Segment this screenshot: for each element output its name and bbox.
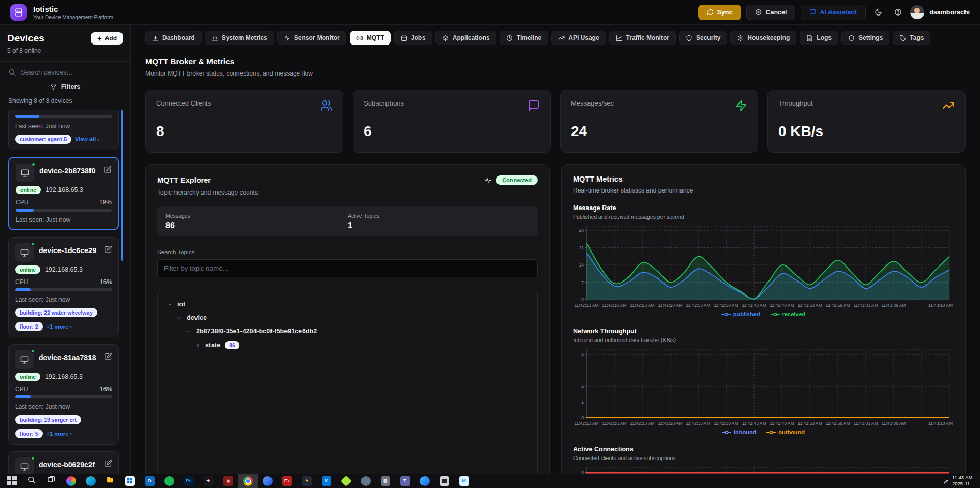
topic-tree-node[interactable]: device [163, 311, 532, 324]
taskbar-postgres-icon[interactable] [356, 474, 375, 488]
view-all-link[interactable]: View all › [75, 136, 99, 142]
taskbar-mail-app-icon[interactable]: M [454, 474, 474, 488]
device-tag[interactable]: building: 22 water wheelway [15, 308, 97, 317]
topic-tree-node[interactable]: 2b8738f0-35e1-4204-bc0f-f5be91ce6db2 [163, 324, 532, 338]
device-tag[interactable]: floor: 2 [15, 322, 43, 331]
device-type-icon [15, 243, 34, 262]
taskbar-monitor-app-icon[interactable] [434, 474, 454, 488]
device-card[interactable]: device-b0629c2fonline192.168.65.3 [8, 451, 119, 474]
topic-filter-input[interactable] [157, 259, 538, 277]
tab-applications[interactable]: Applications [435, 31, 496, 45]
legend-label: outbound [778, 429, 805, 435]
taskbar-photoshop-icon[interactable]: Ps [179, 474, 199, 488]
taskbar-store-icon[interactable] [120, 474, 140, 488]
more-tags-link[interactable]: +1 more › [47, 323, 72, 330]
device-meta: online192.168.65.3 [15, 265, 112, 274]
device-tag[interactable]: customer: agent-5 [15, 135, 71, 144]
tab-sensor-monitor[interactable]: Sensor Monitor [277, 31, 346, 45]
taskbar-blue-app-2-icon[interactable] [415, 474, 434, 488]
edit-device-button[interactable] [104, 164, 112, 175]
zap-icon [735, 99, 747, 112]
taskbar-red-app-icon[interactable]: ◆ [218, 474, 238, 488]
username: dsamborschi [929, 9, 970, 16]
package-icon [442, 35, 449, 41]
taskbar-filezilla-icon[interactable]: Fz [277, 474, 297, 488]
edit-device-button[interactable] [104, 350, 112, 362]
taskbar-teams-icon[interactable]: T [395, 474, 415, 488]
taskbar-putty-icon[interactable]: ϟ [297, 474, 316, 488]
taskbar-widgets-icon[interactable] [61, 474, 81, 488]
sync-button[interactable]: Sync [698, 5, 742, 20]
taskbar-search-icon[interactable] [22, 474, 41, 488]
diamond-icon [341, 476, 352, 486]
tab-traffic-monitor[interactable]: Traffic Monitor [609, 31, 676, 45]
taskbar-spotify-icon[interactable] [159, 474, 179, 488]
device-tag[interactable]: floor: 5 [15, 429, 43, 438]
taskbar-vscode-icon[interactable]: V [316, 474, 336, 488]
search-devices-input[interactable] [21, 68, 122, 76]
edit-device-button[interactable] [104, 243, 112, 255]
tab-tags[interactable]: Tags [893, 31, 930, 45]
tab-mqtt[interactable]: MQTT [350, 31, 391, 45]
device-card-header: device-2b8738f0 [16, 164, 112, 182]
device-card[interactable]: device-1dc6ce29online192.168.65.3CPU16%L… [8, 237, 119, 337]
tab-housekeeping[interactable]: Housekeeping [730, 31, 796, 45]
device-type-icon [15, 350, 34, 369]
tag-icon [899, 35, 906, 41]
add-device-button[interactable]: Add [91, 32, 123, 45]
chevron-down-icon [176, 315, 182, 321]
svg-text:11:42:38 AM: 11:42:38 AM [714, 421, 738, 426]
taskbar-outlook-icon[interactable]: O [140, 474, 159, 488]
theme-toggle-button[interactable] [871, 5, 885, 20]
stat-label: Subscriptions [364, 99, 404, 107]
online-status-dot [31, 349, 35, 353]
cpu-value: 16% [100, 278, 112, 286]
device-card[interactable]: device-2b8738f0online192.168.65.3CPU19%L… [8, 157, 119, 230]
topic-tree-node[interactable]: state86 [163, 338, 532, 352]
taskbar-database-icon[interactable]: ▤ [375, 474, 395, 488]
topic-tree-node[interactable]: iot [163, 298, 532, 311]
metrics-subtitle: Real-time broker statistics and performa… [573, 187, 954, 194]
sidebar-scrollbar[interactable] [121, 110, 123, 261]
tab-security[interactable]: Security [679, 31, 727, 45]
cancel-button[interactable]: Cancel [746, 5, 795, 20]
device-card-partial[interactable]: Last seen: Just nowcustomer: agent-5View… [8, 110, 119, 150]
taskbar-file-explorer-icon[interactable] [100, 474, 120, 488]
windows-ink-icon[interactable] [942, 478, 949, 484]
device-card-header: device-81aa7818 [15, 350, 112, 369]
tab-logs[interactable]: Logs [800, 31, 838, 45]
svg-text:11:43:03 AM: 11:43:03 AM [853, 421, 878, 426]
help-button[interactable] [891, 5, 905, 20]
store-icon [125, 476, 135, 486]
last-seen-text: Last seen: Just now [15, 123, 112, 130]
taskbar-task-view-icon[interactable] [41, 474, 61, 488]
broadcast-icon [356, 35, 363, 41]
taskbar-blue-app-1-icon[interactable] [258, 474, 277, 488]
more-tags-link[interactable]: +1 more › [47, 431, 72, 437]
tab-dashboard[interactable]: Dashboard [145, 31, 202, 45]
device-tag[interactable]: building: 19 singer crt [15, 415, 81, 424]
tab-timeline[interactable]: Timeline [500, 31, 548, 45]
taskbar-start-icon[interactable] [2, 474, 22, 488]
avatar[interactable] [910, 5, 924, 19]
cpu-progress [15, 115, 112, 118]
filters-button[interactable]: Filters [7, 78, 123, 93]
stat-label: Throughput [778, 99, 813, 107]
edit-device-button[interactable] [104, 457, 112, 469]
taskbar-openhab-icon[interactable] [336, 474, 356, 488]
status-badge: online [15, 373, 40, 381]
taskbar-edge-icon[interactable] [81, 474, 100, 488]
stat-label: Connected Clients [156, 99, 211, 107]
tab-system-metrics[interactable]: System Metrics [205, 31, 274, 45]
tab-settings[interactable]: Settings [841, 31, 889, 45]
vscode-glyph: V [322, 476, 331, 486]
taskbar-chrome-icon[interactable] [238, 474, 258, 488]
taskbar-clock[interactable]: 11:43 AM 2025-11 [952, 475, 978, 487]
taskbar-dark-app-icon[interactable]: ✦ [199, 474, 218, 488]
tab-jobs[interactable]: Jobs [394, 31, 432, 45]
tab-api-usage[interactable]: API Usage [551, 31, 606, 45]
device-card[interactable]: device-81aa7818online192.168.65.3CPU16%L… [8, 344, 119, 445]
ai-assistant-label: AI Assistant [820, 9, 857, 16]
ai-assistant-button[interactable]: AI Assistant [801, 5, 866, 20]
edge-glyph [86, 476, 96, 486]
